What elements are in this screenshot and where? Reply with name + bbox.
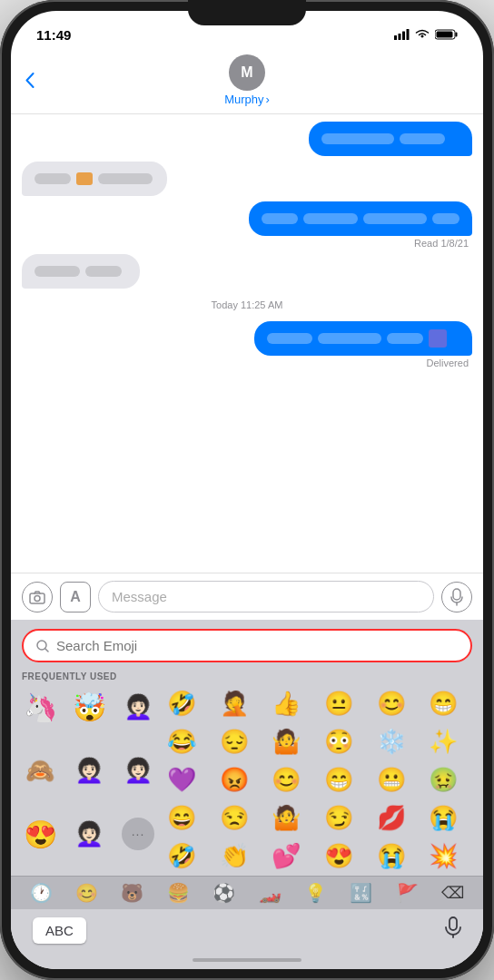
emoji-item[interactable]: 👏 [216, 838, 252, 874]
camera-button[interactable] [22, 582, 53, 612]
emoji-item[interactable]: 🤢 [425, 761, 461, 798]
emoji-item[interactable]: 😡 [216, 761, 252, 798]
category-sports[interactable]: ⚽ [212, 882, 235, 904]
message-row: Delivered [22, 321, 472, 368]
emoji-item[interactable]: 👍 [268, 685, 304, 721]
emoji-item[interactable]: 😂 [163, 723, 200, 760]
category-recent[interactable]: 🕐 [30, 882, 53, 904]
message-delivered: Delivered [423, 358, 472, 368]
category-food[interactable]: 🍔 [167, 882, 190, 904]
status-icons [394, 29, 458, 40]
emoji-item[interactable]: 😔 [216, 723, 252, 760]
abc-button[interactable]: ABC [33, 917, 86, 944]
svg-rect-13 [450, 917, 457, 930]
freq-label: FREQUENTLY USED [11, 670, 483, 685]
category-smileys[interactable]: 😊 [75, 882, 98, 904]
emoji-categories: 🕐 😊 🐻 🍔 ⚽ 🏎️ 💡 🔣 🚩 ⌫ [11, 876, 483, 909]
category-flags[interactable]: 🚩 [396, 882, 419, 904]
avatar: M [229, 54, 265, 91]
message-bubble-in [22, 162, 167, 196]
svg-rect-0 [394, 35, 397, 40]
svg-point-8 [35, 595, 40, 601]
audio-button[interactable] [441, 582, 472, 612]
emoji-item[interactable]: 🤷 [268, 799, 304, 836]
emoji-search-box[interactable] [22, 629, 472, 662]
messages-area: Read 1/8/21 Today 11:25 AM Deliv [11, 114, 483, 573]
emoji-item[interactable]: 😐 [321, 685, 357, 721]
emoji-item[interactable]: 🤣 [163, 685, 200, 721]
message-input[interactable]: Message [98, 581, 434, 612]
nav-bar: M Murphy › [11, 51, 483, 114]
contact-name: Murphy › [224, 93, 270, 106]
emoji-item[interactable]: 😭 [373, 838, 410, 874]
svg-rect-6 [437, 32, 453, 38]
svg-rect-7 [30, 593, 44, 603]
emoji-item[interactable]: 😳 [321, 723, 357, 760]
message-row [22, 254, 472, 289]
emoji-item[interactable]: 🙈 [18, 749, 62, 792]
emoji-item[interactable]: 👩🏻‍🦱 [67, 812, 111, 856]
message-row [22, 162, 472, 196]
emoji-item[interactable]: 😒 [216, 799, 252, 836]
emoji-item[interactable]: 😭 [425, 799, 461, 836]
emoji-item[interactable]: 😁 [321, 761, 357, 798]
input-bar: A Message [11, 573, 483, 620]
emoji-item[interactable]: 💜 [163, 761, 200, 798]
emoji-search-input[interactable] [56, 638, 458, 653]
svg-rect-1 [399, 34, 401, 40]
category-animals[interactable]: 🐻 [121, 882, 143, 904]
more-emojis-button[interactable]: ··· [122, 818, 154, 850]
phone-frame: 11:49 [0, 0, 494, 980]
category-travel[interactable]: 🏎️ [259, 882, 282, 904]
emoji-item[interactable]: ··· [116, 812, 160, 856]
emoji-item[interactable]: 💕 [268, 838, 304, 874]
category-objects[interactable]: 💡 [304, 882, 327, 904]
emoji-col-left: 🦄 🤯 👩🏻‍🦱 🙈 👩🏻‍🦱 👩🏻‍🦱 😍 👩🏻‍🦱 ··· [18, 685, 163, 874]
svg-rect-3 [407, 29, 410, 40]
keyboard-bottom: ABC [11, 909, 483, 955]
svg-rect-9 [453, 589, 460, 600]
category-symbols[interactable]: 🔣 [350, 882, 372, 904]
emoji-item[interactable]: 😍 [321, 838, 357, 874]
emoji-item[interactable]: 😄 [163, 799, 200, 836]
battery-icon [435, 29, 458, 40]
emoji-item[interactable]: 😁 [425, 685, 461, 721]
emoji-grid: 🦄 🤯 👩🏻‍🦱 🙈 👩🏻‍🦱 👩🏻‍🦱 😍 👩🏻‍🦱 ··· [11, 685, 483, 874]
status-time: 11:49 [36, 27, 71, 43]
emoji-item[interactable]: 🤦 [216, 685, 252, 721]
emoji-item[interactable]: 😊 [268, 761, 304, 798]
emoji-item[interactable]: 😏 [321, 799, 357, 836]
search-icon [36, 640, 49, 652]
emoji-item[interactable]: ✨ [425, 723, 461, 760]
emoji-item[interactable]: 🦄 [18, 685, 62, 729]
wifi-icon [415, 29, 430, 40]
mic-icon [445, 916, 461, 938]
home-indicator [193, 958, 301, 962]
emoji-item[interactable]: 😍 [18, 812, 62, 856]
mic-button[interactable] [445, 916, 461, 944]
emoji-item[interactable]: 😬 [373, 761, 410, 798]
emoji-keyboard: FREQUENTLY USED 🦄 🤯 👩🏻‍🦱 🙈 👩🏻‍🦱 👩🏻‍🦱 😍 👩 [11, 620, 483, 969]
notch [188, 0, 306, 25]
emoji-item[interactable]: 👩🏻‍🦱 [67, 749, 111, 792]
emoji-item[interactable]: 🤣 [163, 838, 200, 874]
app-store-button[interactable]: A [60, 582, 91, 612]
svg-line-12 [45, 649, 48, 652]
message-bubble-out [309, 122, 472, 156]
back-button[interactable] [25, 73, 35, 88]
emoji-item[interactable]: 🤯 [67, 685, 111, 729]
back-chevron-icon [25, 73, 35, 88]
message-row [22, 122, 472, 156]
emoji-item[interactable]: ❄️ [373, 723, 410, 760]
delete-button[interactable]: ⌫ [441, 883, 464, 903]
emoji-item[interactable]: 👩🏻‍🦱 [116, 685, 160, 729]
emoji-item[interactable]: 🤷 [268, 723, 304, 760]
emoji-item[interactable]: 💋 [373, 799, 410, 836]
signal-icon [394, 29, 410, 40]
emoji-search-container [11, 620, 483, 670]
emoji-item[interactable]: 💥 [425, 838, 461, 874]
contact-info[interactable]: M Murphy › [224, 54, 270, 106]
emoji-item[interactable]: 👩🏻‍🦱 [116, 749, 160, 792]
message-bubble-out [254, 321, 472, 356]
emoji-item[interactable]: 😊 [373, 685, 410, 721]
